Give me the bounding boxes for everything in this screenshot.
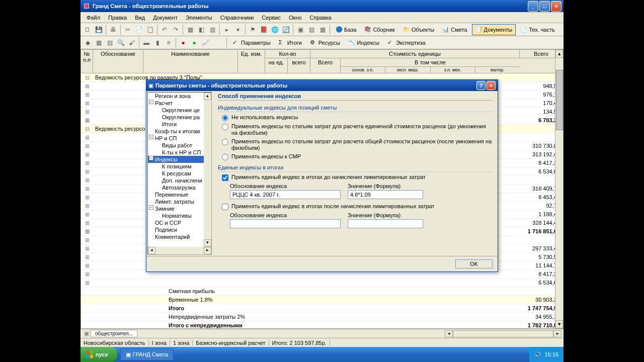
- radio-no-index[interactable]: [222, 115, 228, 121]
- btn-indeksy[interactable]: 📉Индексы: [345, 37, 383, 48]
- table-row[interactable]: Сметная прибыль: [81, 287, 563, 296]
- hscroll-left-icon[interactable]: ◂: [445, 330, 453, 337]
- tool-icon[interactable]: ◧: [196, 25, 206, 35]
- tree-okrug-ra[interactable]: Округление ра: [148, 114, 211, 121]
- input-obn1[interactable]: [230, 190, 341, 199]
- tree-nrsp[interactable]: НР и СП: [148, 135, 211, 142]
- input-zn1[interactable]: [348, 190, 423, 199]
- green-icon[interactable]: ●: [189, 38, 199, 48]
- tree-raschet[interactable]: Расчет: [148, 100, 211, 107]
- input-zn2[interactable]: [348, 219, 423, 228]
- brush-icon[interactable]: 🖌: [127, 38, 137, 48]
- tree-limit[interactable]: Лимит. затраты: [148, 198, 211, 205]
- tree-hscroll[interactable]: ◂▸: [148, 247, 211, 254]
- tree-vidy[interactable]: Виды работ: [148, 142, 211, 149]
- hscroll-right-icon[interactable]: ▸: [553, 330, 561, 337]
- book-icon[interactable]: 📕: [259, 25, 269, 35]
- undo-icon[interactable]: ↶: [159, 25, 170, 35]
- input-obn2[interactable]: [230, 219, 341, 228]
- tree-kres[interactable]: К ресурсам: [148, 170, 211, 177]
- ind-icon[interactable]: ◆: [83, 38, 93, 48]
- btn-itogi[interactable]: ΣИтоги: [275, 37, 305, 48]
- tree-zimnie[interactable]: Зимние: [148, 205, 211, 212]
- cut-icon[interactable]: ✂: [123, 25, 133, 35]
- tree-okrug-tse[interactable]: Округление це: [148, 107, 211, 114]
- btn-sbornik[interactable]: 📚Сборник: [361, 24, 398, 35]
- grid-icon[interactable]: ▦: [185, 25, 195, 35]
- dialog-tree[interactable]: Регион и зона −Расчет Округление це Окру…: [147, 92, 212, 255]
- copy-icon[interactable]: 📄: [134, 25, 144, 35]
- tree-ossr[interactable]: ОС и ССР: [148, 219, 211, 226]
- table-row[interactable]: Итого с непредвиденными1 782 710,04: [81, 321, 563, 329]
- search-icon[interactable]: 🔍: [116, 38, 126, 48]
- check-after-limit[interactable]: [222, 204, 228, 210]
- flag-icon[interactable]: ⚑: [248, 25, 258, 35]
- tree-kpoz[interactable]: К позициям: [148, 163, 211, 170]
- vertical-scrollbar[interactable]: ▴ ▾: [555, 50, 563, 328]
- btn-tekhchast[interactable]: 📄Тех. часть: [517, 24, 558, 35]
- tree-region[interactable]: Регион и зона: [148, 93, 211, 100]
- tab-document[interactable]: общестроител...: [91, 330, 137, 337]
- menu-elements[interactable]: Элементы: [182, 14, 216, 22]
- taskbar-item[interactable]: ▣ ГРАНД Смета: [120, 348, 174, 360]
- win-icon[interactable]: ▣: [295, 25, 305, 35]
- btn-obekty[interactable]: 📁Объекты: [399, 24, 438, 35]
- start-button[interactable]: пуск: [80, 347, 117, 362]
- btn-dokumenty[interactable]: 📑Документы: [472, 24, 516, 35]
- table-row[interactable]: ⊞6 534,65: [81, 279, 563, 287]
- tree-koef[interactable]: Коэф-ты к итогам: [148, 128, 211, 135]
- maximize-button[interactable]: □: [539, 1, 550, 12]
- system-tray[interactable]: 🔊 15:15: [529, 347, 564, 362]
- paste-icon[interactable]: 📋: [145, 25, 155, 35]
- row-icon[interactable]: ▬: [141, 38, 151, 48]
- dialog-close-button[interactable]: ×: [487, 81, 496, 90]
- btn-resursy[interactable]: ⚙Ресурсы: [306, 37, 344, 48]
- tray-icon[interactable]: 🔊: [534, 351, 541, 358]
- menu-service[interactable]: Сервис: [258, 14, 285, 22]
- menu-view[interactable]: Вид: [131, 14, 149, 22]
- fmt-icon[interactable]: ≡: [164, 38, 174, 48]
- tree-kty[interactable]: К-ты к НР и СП: [148, 149, 211, 156]
- radio-smr[interactable]: [222, 154, 228, 160]
- redo-icon[interactable]: ↷: [171, 25, 181, 35]
- scroll-up-icon[interactable]: ▴: [555, 50, 563, 58]
- catalog-icon[interactable]: ▤: [105, 38, 115, 48]
- graph-icon[interactable]: 📈: [200, 38, 210, 48]
- web-icon[interactable]: 🌐: [270, 25, 280, 35]
- scroll-thumb[interactable]: [556, 70, 563, 130]
- minimize-button[interactable]: _: [528, 1, 538, 12]
- dialog-help-button[interactable]: ?: [476, 81, 486, 90]
- menu-refs[interactable]: Справочники: [216, 14, 258, 22]
- tree-komment[interactable]: Комментарий: [148, 233, 211, 240]
- tree-normat[interactable]: Нормативы: [148, 212, 211, 219]
- btn-ekspertiza[interactable]: ✓Экспертиза: [384, 37, 429, 48]
- tree-vscroll[interactable]: ▴▾: [204, 93, 211, 254]
- table-row[interactable]: Итого1 747 754,94: [81, 304, 563, 313]
- new-icon[interactable]: 🗋: [83, 25, 93, 35]
- tree-peremen[interactable]: Переменные: [148, 191, 211, 198]
- btn-parametry[interactable]: ✓Параметры: [229, 37, 274, 48]
- tile-icon[interactable]: ▦: [317, 25, 328, 35]
- menu-edit[interactable]: Правка: [104, 14, 131, 22]
- table-row[interactable]: Непредвиденные затраты 2%34 955,10: [81, 313, 563, 321]
- ok-button[interactable]: OK: [455, 259, 493, 268]
- check-before-limit[interactable]: [222, 174, 228, 181]
- insert-icon[interactable]: ▸: [222, 25, 232, 35]
- cascade-icon[interactable]: ▤: [306, 25, 316, 35]
- btn-baza[interactable]: 🔵База: [332, 24, 360, 35]
- tree-indeksy[interactable]: Индексы: [148, 156, 211, 163]
- table-row[interactable]: Временные 1,8%30 903,33: [81, 296, 563, 304]
- menu-document[interactable]: Документ: [149, 14, 182, 22]
- print-icon[interactable]: 🖶: [108, 25, 118, 35]
- tree-podpisi[interactable]: Подписи: [148, 226, 211, 233]
- close-button[interactable]: ×: [551, 1, 561, 12]
- menu-help[interactable]: Справка: [306, 14, 336, 22]
- tree-dopnach[interactable]: Доп. начислени: [148, 177, 211, 184]
- tree-avtozagr[interactable]: Автозагрузка: [148, 184, 211, 191]
- menu-window[interactable]: Окно: [285, 14, 306, 22]
- refresh-icon[interactable]: 🔄: [281, 25, 291, 35]
- save-icon[interactable]: 💾: [94, 25, 104, 35]
- grid2-icon[interactable]: ▦: [94, 38, 104, 48]
- delete-icon[interactable]: ▾: [233, 25, 243, 35]
- radio-total-cost[interactable]: [222, 139, 228, 145]
